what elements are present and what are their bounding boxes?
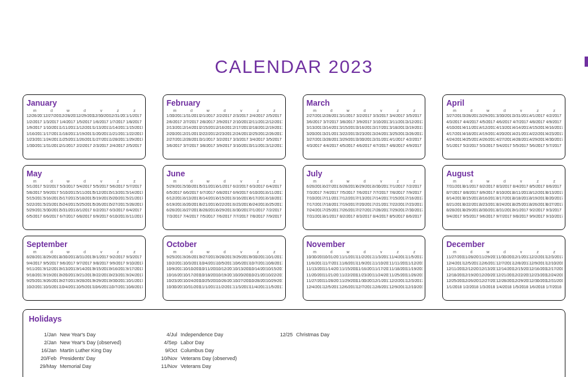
day-cell: 1/1/2017 <box>126 113 142 119</box>
day-cell: 9/19/2017 <box>43 272 59 279</box>
day-cell: 1/15/2017 <box>126 125 142 131</box>
day-cell: 12/3/2017 <box>406 278 423 284</box>
week-row: 9/11/20179/12/20179/13/20179/14/20179/15… <box>27 266 143 272</box>
day-cell: 9/29/2017 <box>93 278 110 284</box>
day-cell: 9/4/2017 <box>27 261 43 267</box>
day-cell: 12/2/2017 <box>529 254 546 261</box>
week-row: 12/11/201712/12/201712/13/201712/14/2017… <box>446 266 563 272</box>
holiday-date: 11/Nov <box>155 363 181 369</box>
day-cell: 2/16/2017 <box>216 125 233 131</box>
day-cell: 3/8/2017 <box>339 119 356 125</box>
day-cell: 5/15/2017 <box>27 196 43 202</box>
day-cell: 10/8/2017 <box>126 284 142 291</box>
day-cell: 6/27/2017 <box>183 207 199 214</box>
week-row: 11/6/201711/7/201711/8/201711/9/201711/1… <box>307 261 423 267</box>
day-cell: 11/5/2017 <box>406 254 423 261</box>
day-cell: 3/4/2017 <box>389 113 406 119</box>
day-cell: 11/21/2017 <box>323 272 339 279</box>
day-cell: 8/28/2017 <box>446 207 463 214</box>
day-cell: 6/30/2017 <box>373 184 389 190</box>
week-row: 6/26/20176/27/20176/28/20176/29/20176/30… <box>307 184 423 190</box>
week-row: 8/28/20178/29/20178/30/20178/31/20179/1/… <box>27 254 143 261</box>
day-cell: 9/1/2017 <box>513 207 529 214</box>
day-cell: 7/30/2017 <box>406 207 423 214</box>
day-cell: 9/20/2017 <box>60 272 76 279</box>
week-row: 11/20/201711/21/201711/22/201711/23/2017… <box>307 272 423 279</box>
day-cell: 2/1/2017 <box>60 143 76 149</box>
day-cell: 9/17/2017 <box>126 266 142 272</box>
week-row: 10/9/201710/10/201710/11/201710/12/20171… <box>167 266 283 272</box>
week-row: 5/8/20175/9/20175/10/20175/11/20175/12/2… <box>27 190 143 196</box>
day-cell: 6/22/2017 <box>216 202 233 208</box>
holiday-row: 29/MayMemorial Day <box>34 363 121 369</box>
week-row: 12/25/201712/26/201712/27/201712/28/2017… <box>446 278 563 284</box>
day-cell: 9/5/2017 <box>463 214 480 220</box>
day-cell: 5/10/2017 <box>60 190 76 196</box>
week-row: 8/7/20178/8/20178/9/20178/10/20178/11/20… <box>446 190 563 196</box>
week-row: 10/16/201710/17/201710/18/201710/19/2017… <box>167 272 283 279</box>
day-cell: 6/18/2017 <box>266 196 282 202</box>
week-row: 6/19/20176/20/20176/21/20176/22/20176/23… <box>167 202 283 208</box>
day-cell: 10/17/2017 <box>183 272 199 279</box>
day-cell: 1/31/2017 <box>183 113 199 119</box>
day-cell: 5/12/2017 <box>93 190 110 196</box>
day-cell: 11/10/2017 <box>373 261 389 267</box>
holiday-date: 16/Jan <box>34 348 60 353</box>
day-cell: 4/8/2017 <box>389 143 406 149</box>
day-cell: 2/20/2017 <box>167 131 183 137</box>
dow-cell: w <box>60 109 76 112</box>
day-cell: 7/7/2017 <box>373 190 389 196</box>
day-cell: 8/23/2017 <box>480 202 496 208</box>
day-cell: 12/5/2017 <box>463 261 480 267</box>
day-cell: 4/15/2017 <box>529 125 546 131</box>
day-cell: 9/30/2017 <box>250 254 266 261</box>
month-box: Marchmdwdvzz2/27/20172/28/20173/1/20173/… <box>303 94 426 159</box>
week-row: 11/27/201711/28/201711/29/201711/30/2017… <box>446 254 563 261</box>
day-cell: 1/2/2017 <box>27 119 43 125</box>
day-cell: 4/2/2017 <box>406 137 423 143</box>
day-cell: 4/27/2017 <box>496 137 512 143</box>
holiday-row: 4/SepLabor Day <box>155 340 237 345</box>
dow-cell: z <box>126 109 142 112</box>
holiday-date: 9/Oct <box>155 348 181 353</box>
holiday-name: Christmas Day <box>296 332 329 337</box>
dow-cell: z <box>110 250 126 254</box>
week-row: 6/5/20176/6/20176/7/20176/8/20176/9/2017… <box>27 214 143 220</box>
day-cell: 8/4/2017 <box>373 214 389 220</box>
day-cell: 7/28/2017 <box>373 207 389 214</box>
day-cell: 8/13/2017 <box>546 190 563 196</box>
day-cell: 8/9/2017 <box>480 190 496 196</box>
day-cell: 9/29/2017 <box>233 254 249 261</box>
day-cell: 7/18/2017 <box>323 202 339 208</box>
dow-cell: w <box>60 250 76 254</box>
day-cell: 2/7/2017 <box>183 119 199 125</box>
day-cell: 9/16/2017 <box>110 266 126 272</box>
holiday-row: 2/JanNew Year's Day (observed) <box>34 340 121 345</box>
month-box: Augustmdwdvzz7/31/20178/1/20178/2/20178/… <box>442 165 565 230</box>
day-cell: 3/30/2017 <box>496 113 512 119</box>
day-cell: 3/24/2017 <box>373 131 389 137</box>
week-row: 10/30/201710/31/201711/1/201711/2/201711… <box>307 254 423 261</box>
day-cell: 4/2/2017 <box>546 113 563 119</box>
day-cell: 5/18/2017 <box>76 196 93 202</box>
day-cell: 4/20/2017 <box>496 131 512 137</box>
day-cell: 1/4/2017 <box>60 119 76 125</box>
dow-cell: v <box>233 179 249 183</box>
dow-cell: d <box>216 179 233 183</box>
day-cell: 11/12/2017 <box>406 261 423 267</box>
day-cell: 9/28/2017 <box>216 254 233 261</box>
day-cell: 9/2/2017 <box>529 207 546 214</box>
day-cell: 1/25/2017 <box>60 137 76 143</box>
day-cell: 6/29/2017 <box>356 184 373 190</box>
day-cell: 11/18/2017 <box>389 266 406 272</box>
week-row: 2/27/20172/28/20173/1/20173/2/20173/3/20… <box>167 137 283 143</box>
day-cell: 7/1/2017 <box>250 207 266 214</box>
dow-cell: z <box>266 179 282 183</box>
day-cell: 3/19/2017 <box>406 125 423 131</box>
day-cell: 5/7/2017 <box>546 143 563 149</box>
dow-cell: v <box>373 179 389 183</box>
day-cell: 2/27/2017 <box>167 137 183 143</box>
day-cell: 1/22/2017 <box>126 131 142 137</box>
day-cell: 6/1/2017 <box>216 184 233 190</box>
day-cell: 3/28/2017 <box>323 137 339 143</box>
